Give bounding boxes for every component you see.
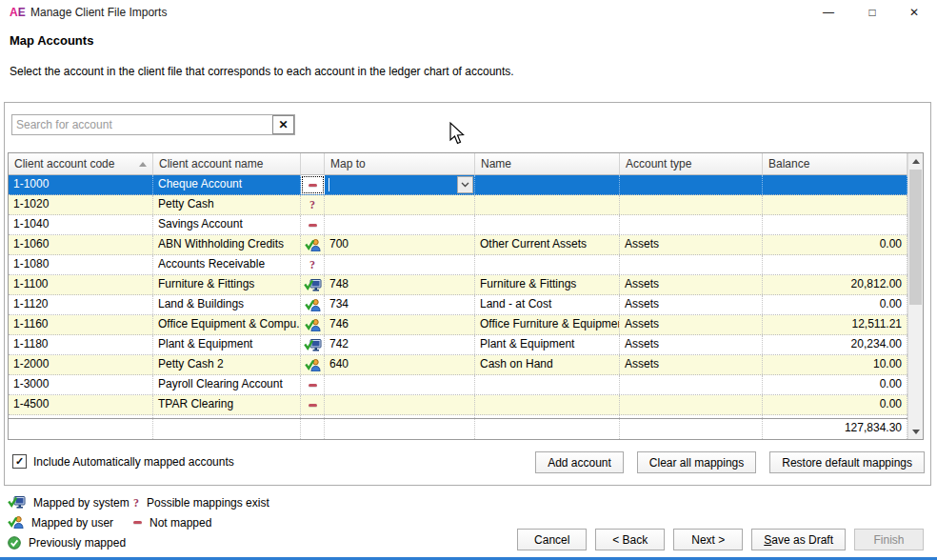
save-as-draft-button[interactable]: Save as Draft	[751, 529, 846, 550]
not-mapped-icon	[309, 224, 317, 227]
balance-cell: 10.00	[763, 355, 907, 374]
client-account-name-cell: Petty Cash	[153, 195, 301, 214]
chevron-down-icon	[461, 182, 469, 188]
add-account-button[interactable]: Add account	[535, 451, 624, 473]
possible-mappings-icon: ?	[309, 199, 315, 210]
accounts-grid: Client account code Client account name …	[8, 152, 924, 440]
search-input[interactable]	[12, 115, 272, 134]
mapping-status-cell	[301, 275, 325, 294]
grid-row-1-1040[interactable]: 1-1040Savings Account	[9, 215, 907, 235]
vertical-scrollbar[interactable]	[907, 153, 923, 439]
map-to-cell[interactable]: 734	[325, 295, 475, 314]
filler-cell	[325, 415, 475, 418]
ledger-name-cell	[475, 215, 620, 234]
summary-cell	[9, 419, 153, 439]
ledger-name-cell	[475, 175, 620, 194]
grid-header-row: Client account code Client account name …	[9, 153, 907, 175]
clear-all-mappings-button[interactable]: Clear all mappings	[637, 451, 756, 473]
ledger-name-cell	[475, 395, 620, 414]
next-button[interactable]: Next >	[673, 529, 743, 550]
grid-row-1-1180[interactable]: 1-1180Plant & Equipment742Plant & Equipm…	[9, 335, 907, 355]
scroll-up-icon	[912, 159, 920, 164]
map-to-cell[interactable]: 700	[325, 235, 475, 254]
legend-label: Previously mapped	[29, 536, 126, 550]
map-to-cell[interactable]: 748	[325, 275, 475, 294]
sort-ascending-icon	[139, 162, 147, 167]
maximize-icon: □	[868, 6, 875, 19]
not-mapped-icon	[309, 404, 317, 407]
grid-row-1-4500[interactable]: 1-4500TPAR Clearing0.00	[9, 395, 907, 415]
scroll-down-button[interactable]	[908, 424, 923, 439]
checkbox-check-icon[interactable]: ✓	[12, 454, 27, 469]
column-header-name[interactable]: Name	[475, 153, 620, 175]
column-header-status[interactable]	[301, 153, 325, 175]
map-to-dropdown-button[interactable]	[457, 176, 473, 193]
legend-item-user: Mapped by user	[8, 512, 150, 532]
client-account-name-cell: Land & Buildings	[153, 295, 301, 314]
map-to-cell[interactable]	[325, 195, 475, 214]
grid-row-1-2000[interactable]: 1-2000Petty Cash 2640Cash on HandAssets1…	[9, 355, 907, 375]
grid-row-1-1100[interactable]: 1-1100Furniture & Fittings748Furniture &…	[9, 275, 907, 295]
ledger-name-cell	[475, 255, 620, 274]
grid-row-1-1000[interactable]: 1-1000Cheque Account	[9, 175, 907, 195]
column-header-account-type[interactable]: Account type	[620, 153, 763, 175]
balance-cell: 20,812.00	[763, 275, 907, 294]
map-to-cell[interactable]	[325, 175, 475, 194]
minimize-button[interactable]: —	[807, 0, 849, 25]
grid-row-1-1020[interactable]: 1-1020Petty Cash?	[9, 195, 907, 215]
balance-cell	[763, 255, 907, 274]
grid-row-1-1080[interactable]: 1-1080Accounts Receivable?	[9, 255, 907, 275]
balance-cell	[763, 195, 907, 214]
column-header-client-account-name[interactable]: Client account name	[153, 153, 301, 175]
client-account-name-cell: Payroll Clearing Account	[153, 375, 301, 394]
not-mapped-icon	[309, 384, 317, 387]
grid-row-1-1160[interactable]: 1-1160Office Equipment & Compu...746Offi…	[9, 315, 907, 335]
close-button[interactable]: ✕	[893, 0, 935, 25]
mapping-status-cell	[301, 295, 325, 314]
mapping-status-cell	[301, 175, 325, 194]
mapped-by-system-icon	[304, 279, 322, 291]
ledger-name-cell: Other Current Assets	[475, 235, 620, 254]
map-to-cell[interactable]	[325, 395, 475, 414]
column-header-map-to[interactable]: Map to	[325, 153, 475, 175]
scroll-up-button[interactable]	[908, 153, 923, 169]
column-header-client-account-code[interactable]: Client account code	[9, 153, 153, 175]
grid-row-1-1060[interactable]: 1-1060ABN Withholding Credits700Other Cu…	[9, 235, 907, 255]
scroll-down-icon	[912, 430, 920, 434]
map-to-cell[interactable]: 742	[325, 335, 475, 354]
grid-row-1-3000[interactable]: 1-3000Payroll Clearing Account0.00	[9, 375, 907, 395]
client-account-code-cell: 1-1160	[9, 315, 153, 334]
column-header-balance[interactable]: Balance	[763, 153, 907, 175]
mapping-status-cell	[301, 315, 325, 334]
account-type-cell	[620, 255, 763, 274]
include-auto-mapped-checkbox[interactable]: ✓ Include Automatically mapped accounts	[12, 454, 234, 469]
footer-buttons: Cancel< BackNext >Save as DraftFinish	[517, 529, 924, 550]
map-to-cell[interactable]	[325, 215, 475, 234]
checkbox-label: Include Automatically mapped accounts	[33, 455, 234, 469]
cancel-button[interactable]: Cancel	[517, 529, 587, 550]
grid-main: Client account code Client account name …	[9, 153, 907, 439]
clear-search-button[interactable]: ✕	[272, 115, 294, 134]
maximize-button[interactable]: □	[851, 0, 893, 25]
scrollbar-thumb[interactable]	[909, 170, 922, 305]
title-bar: AE Manage Client File Imports — □ ✕	[0, 0, 937, 25]
restore-default-mappings-button[interactable]: Restore default mappings	[769, 451, 925, 473]
client-account-name-cell: Plant & Equipment	[153, 335, 301, 354]
not-mapped-icon	[133, 521, 142, 524]
grid-row-1-1120[interactable]: 1-1120Land & Buildings734Land - at CostA…	[9, 295, 907, 315]
close-icon: ✕	[909, 6, 919, 19]
map-to-cell[interactable]	[325, 255, 475, 274]
map-to-cell[interactable]: 640	[325, 355, 475, 374]
summary-cell	[475, 419, 620, 439]
ledger-name-cell	[475, 195, 620, 214]
legend-item-previously: Previously mapped	[8, 532, 150, 552]
minimize-icon: —	[823, 6, 834, 19]
client-account-name-cell: Accounts Receivable	[153, 255, 301, 274]
summary-cell	[153, 419, 301, 439]
finish-button: Finish	[854, 529, 924, 550]
balance-cell: 12,511.21	[763, 315, 907, 334]
map-to-cell[interactable]	[325, 375, 475, 394]
back-button[interactable]: < Back	[595, 529, 665, 550]
map-to-cell[interactable]: 746	[325, 315, 475, 334]
grid-rows: 1-1000Cheque Account1-1020Petty Cash?1-1…	[9, 175, 907, 415]
